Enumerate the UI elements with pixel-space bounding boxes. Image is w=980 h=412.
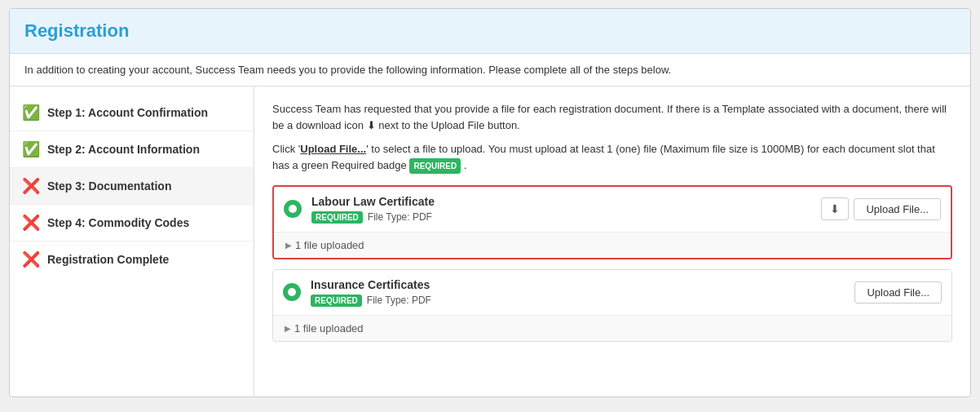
doc-info-labour-law: Labour Law Certificate REQUIRED File Typ… (311, 195, 821, 224)
doc-status-icon-labour-law (284, 200, 302, 218)
step3-icon: ❌ (23, 178, 39, 194)
download-button-labour-law[interactable]: ⬇ (821, 197, 849, 220)
sidebar-item-label-step4: Step 4: Commodity Codes (47, 216, 189, 229)
step5-icon: ❌ (23, 251, 39, 268)
required-badge-insurance: REQUIRED (311, 295, 362, 307)
sidebar-item-step5[interactable]: ❌ Registration Complete (10, 241, 254, 277)
upload-button-labour-law[interactable]: Upload File... (854, 198, 941, 220)
sidebar-item-step4[interactable]: ❌ Step 4: Commodity Codes (10, 205, 254, 241)
document-footer-labour-law: ▶ 1 file uploaded (274, 232, 951, 258)
intro-para1: Success Team has requested that you prov… (272, 101, 952, 133)
document-header-labour-law: Labour Law Certificate REQUIRED File Typ… (274, 187, 951, 232)
document-card-insurance: Insurance Certificates REQUIRED File Typ… (272, 269, 952, 342)
step2-icon: ✅ (23, 141, 39, 157)
doc-meta-labour-law: REQUIRED File Type: PDF (311, 211, 821, 224)
doc-meta-insurance: REQUIRED File Type: PDF (311, 295, 854, 307)
sidebar-item-step2[interactable]: ✅ Step 2: Account Information (10, 131, 254, 168)
page-wrapper: Registration In addition to creating you… (9, 8, 971, 397)
sidebar-item-step1[interactable]: ✅ Step 1: Account Confirmation (10, 95, 254, 131)
doc-title-insurance: Insurance Certificates (311, 278, 854, 291)
expand-arrow-labour-law[interactable]: ▶ (285, 241, 292, 250)
step4-icon: ❌ (23, 215, 39, 231)
sidebar: ✅ Step 1: Account Confirmation ✅ Step 2:… (10, 86, 254, 396)
upload-button-insurance[interactable]: Upload File... (854, 281, 942, 303)
info-bar: In addition to creating your account, Su… (10, 54, 970, 86)
required-badge-labour-law: REQUIRED (311, 211, 363, 224)
files-uploaded-insurance: 1 file uploaded (294, 322, 364, 334)
doc-status-icon-insurance (283, 283, 301, 301)
doc-info-insurance: Insurance Certificates REQUIRED File Typ… (311, 278, 854, 307)
sidebar-item-step3[interactable]: ❌ Step 3: Documentation (10, 168, 254, 205)
doc-title-labour-law: Labour Law Certificate (311, 195, 821, 208)
file-type-labour-law: File Type: PDF (368, 211, 432, 223)
document-footer-insurance: ▶ 1 file uploaded (273, 315, 951, 341)
document-card-labour-law: Labour Law Certificate REQUIRED File Typ… (272, 185, 952, 259)
required-badge-example: REQUIRED (409, 158, 461, 174)
page-header: Registration (10, 9, 970, 54)
document-header-insurance: Insurance Certificates REQUIRED File Typ… (273, 270, 951, 315)
content-area: Success Team has requested that you prov… (254, 86, 970, 396)
sidebar-item-label-step3: Step 3: Documentation (47, 179, 171, 193)
expand-arrow-insurance[interactable]: ▶ (285, 324, 291, 333)
sidebar-item-label-step1: Step 1: Account Confirmation (47, 106, 208, 119)
doc-actions-insurance: Upload File... (854, 281, 942, 303)
doc-actions-labour-law: ⬇ Upload File... (821, 197, 941, 220)
intro-text: Success Team has requested that you prov… (272, 101, 952, 174)
file-type-insurance: File Type: PDF (367, 295, 431, 306)
sidebar-item-label-step5: Registration Complete (47, 253, 169, 266)
sidebar-item-label-step2: Step 2: Account Information (47, 143, 200, 156)
page-title: Registration (24, 20, 956, 42)
intro-para2: Click 'Upload File...' to select a file … (272, 141, 952, 174)
info-bar-text: In addition to creating your account, Su… (24, 64, 671, 76)
main-content: ✅ Step 1: Account Confirmation ✅ Step 2:… (10, 86, 970, 396)
files-uploaded-labour-law: 1 file uploaded (295, 239, 364, 251)
step1-icon: ✅ (23, 104, 39, 121)
